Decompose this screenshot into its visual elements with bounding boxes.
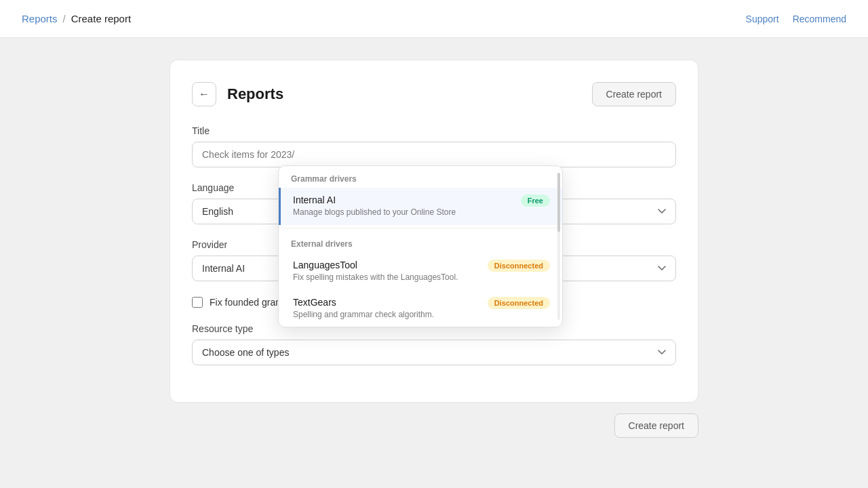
dropdown-item-internal-ai-name: Internal AI [293,195,513,205]
badge-free: Free [521,195,550,207]
dropdown-item-internal-ai-info: Internal AI Manage blogs published to yo… [293,195,513,218]
resource-type-select[interactable]: Choose one of types [192,340,676,365]
dropdown-item-languagestool-desc: Fix spelling mistakes with the Languages… [293,272,479,283]
support-link[interactable]: Support [746,14,779,24]
dropdown-divider-1 [279,228,562,228]
topbar: Reports / Create report Support Recommen… [0,0,868,38]
dropdown-item-internal-ai-desc: Manage blogs published to your Online St… [293,207,513,218]
breadcrumb-current-page: Create report [71,13,131,24]
title-field-group: Title [192,125,676,167]
card-title: Reports [227,85,283,103]
dropdown-scrollbar-track [557,173,560,320]
card-header: ← Reports Create report [192,82,676,106]
dropdown-item-internal-ai[interactable]: Internal AI Manage blogs published to yo… [279,188,562,225]
dropdown-item-textgears-info: TextGears Spelling and grammar check alg… [293,297,479,321]
card-header-left: ← Reports [192,82,283,106]
recommend-link[interactable]: Recommend [793,14,846,24]
bottom-actions: Create report [170,413,698,438]
dropdown-scroll-container[interactable]: Grammar drivers Internal AI Manage blogs… [279,166,562,327]
badge-disconnected-languagestool: Disconnected [488,260,550,272]
grammar-drivers-section-title: Grammar drivers [279,166,562,188]
title-input[interactable] [192,142,676,167]
dropdown-item-textgears-desc: Spelling and grammar check algorithm. [293,309,479,321]
create-report-bottom-button[interactable]: Create report [614,413,698,438]
auto-fix-checkbox[interactable] [192,297,203,308]
dropdown-item-textgears[interactable]: TextGears Spelling and grammar check alg… [279,290,562,327]
dropdown-scrollbar-thumb [557,173,560,232]
create-report-header-button[interactable]: Create report [592,82,676,106]
dropdown-item-languagestool-info: LanguagesTool Fix spelling mistakes with… [293,260,479,283]
title-label: Title [192,125,676,136]
breadcrumb-separator: / [63,13,66,24]
dropdown-item-textgears-name: TextGears [293,297,479,308]
provider-dropdown: Grammar drivers Internal AI Manage blogs… [278,165,563,327]
resource-type-field-group: Resource type Choose one of types [192,323,676,365]
topbar-right: Support Recommend [746,14,846,24]
breadcrumb-reports-link[interactable]: Reports [22,13,58,24]
dropdown-item-languagestool[interactable]: LanguagesTool Fix spelling mistakes with… [279,253,562,290]
back-button[interactable]: ← [192,82,216,106]
external-drivers-section-title: External drivers [279,231,562,253]
main-content: ← Reports Create report Title Language E… [0,38,868,460]
badge-disconnected-textgears: Disconnected [488,297,550,309]
dropdown-item-languagestool-name: LanguagesTool [293,260,479,270]
breadcrumb: Reports / Create report [22,13,131,24]
